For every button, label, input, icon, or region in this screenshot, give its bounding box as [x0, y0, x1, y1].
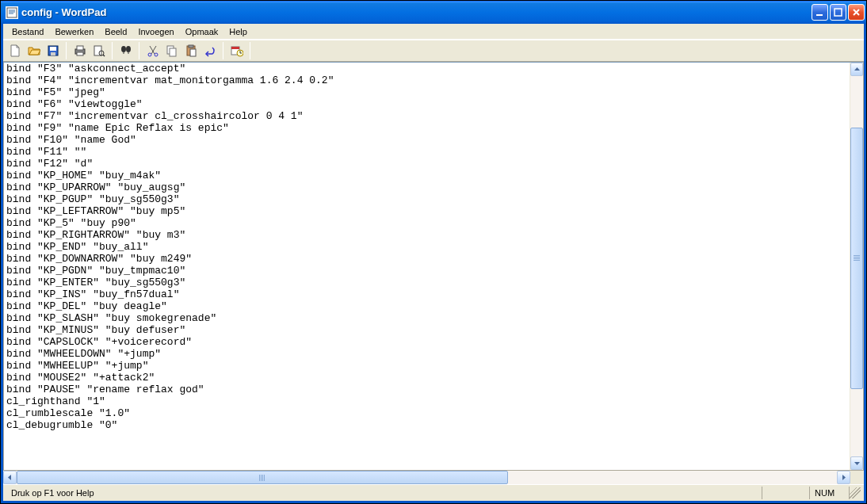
vscroll-track[interactable]	[850, 76, 863, 456]
text-line: cl_rumblescale "1.0"	[6, 407, 847, 419]
find-icon	[120, 44, 132, 57]
menu-bewerken[interactable]: Bewerken	[49, 25, 99, 38]
text-line: bind "F7" "incrementvar cl_crosshaircolo…	[6, 110, 847, 122]
print-icon	[74, 44, 86, 57]
undo-button[interactable]	[201, 42, 219, 59]
text-line: bind "KP_LEFTARROW" "buy mp5"	[6, 205, 847, 217]
save-button[interactable]	[44, 42, 62, 59]
text-line: bind "KP_PGDN" "buy_tmpmac10"	[6, 265, 847, 277]
horizontal-scrollbar[interactable]	[3, 471, 864, 484]
text-line: bind "KP_PGUP" "buy_sg550g3"	[6, 193, 847, 205]
svg-point-17	[148, 53, 151, 56]
datetime-button[interactable]	[227, 42, 246, 59]
scroll-corner	[850, 471, 864, 484]
window-controls	[812, 4, 865, 21]
status-empty-cell	[762, 487, 810, 499]
svg-rect-7	[50, 47, 56, 51]
text-line: bind "F3" "askconnect_accept"	[6, 63, 847, 74]
print-button[interactable]	[71, 42, 89, 59]
undo-icon	[204, 44, 216, 57]
svg-rect-25	[231, 47, 239, 49]
svg-rect-0	[7, 8, 17, 17]
text-line: bind "F10" "name God"	[6, 134, 847, 146]
text-line: cl_righthand "1"	[6, 395, 847, 407]
text-line: bind "CAPSLOCK" "+voicerecord"	[6, 336, 847, 348]
menu-help[interactable]: Help	[223, 25, 253, 38]
vertical-scrollbar[interactable]	[850, 63, 863, 470]
text-line: bind "KP_ENTER" "buy_sg550g3"	[6, 277, 847, 288]
paste-icon	[185, 44, 197, 57]
menu-bar: Bestand Bewerken Beeld Invoegen Opmaak H…	[3, 24, 864, 40]
text-line: bind "KP_HOME" "buy_m4ak"	[6, 170, 847, 181]
text-line: bind "PAUSE" "rename reflax god"	[6, 384, 847, 395]
svg-point-16	[126, 46, 131, 52]
text-line: bind "KP_DEL" "buy deagle"	[6, 300, 847, 312]
cut-button[interactable]	[143, 42, 162, 59]
status-num-lock: NUM	[810, 487, 850, 499]
cut-icon	[147, 44, 159, 57]
svg-line-14	[103, 55, 105, 56]
text-line: bind "MWHEELDOWN" "+jump"	[6, 348, 847, 360]
document-text-area[interactable]: bind "F3" "askconnect_accept"bind "F4" "…	[4, 63, 850, 470]
print-preview-button[interactable]	[90, 42, 108, 59]
scroll-right-button[interactable]	[837, 471, 850, 484]
save-icon	[47, 44, 59, 57]
svg-point-18	[155, 53, 158, 56]
vscroll-thumb[interactable]	[850, 128, 863, 389]
open-button[interactable]	[25, 42, 43, 59]
resize-grip-icon[interactable]	[850, 487, 861, 498]
menu-beeld[interactable]: Beeld	[99, 25, 132, 38]
hscroll-track[interactable]	[17, 471, 837, 484]
status-help-text: Druk op F1 voor Help	[6, 487, 762, 499]
text-line: cl_debugrumble "0"	[6, 419, 847, 431]
new-button[interactable]	[6, 42, 24, 59]
open-icon	[28, 44, 40, 57]
menu-invoegen[interactable]: Invoegen	[132, 25, 179, 38]
svg-rect-22	[189, 45, 193, 48]
menu-opmaak[interactable]: Opmaak	[180, 25, 224, 38]
svg-rect-10	[77, 46, 83, 50]
scroll-left-button[interactable]	[3, 471, 17, 484]
svg-rect-8	[51, 52, 55, 55]
text-line: bind "KP_UPARROW" "buy_augsg"	[6, 181, 847, 193]
text-line: bind "KP_SLASH" "buy smokegrenade"	[6, 312, 847, 324]
svg-rect-20	[170, 48, 176, 56]
close-button[interactable]	[848, 4, 865, 21]
text-line: bind "F4" "incrementvar mat_monitorgamma…	[6, 74, 847, 86]
scroll-up-button[interactable]	[850, 63, 863, 76]
text-line: bind "KP_5" "buy p90"	[6, 217, 847, 229]
svg-point-15	[121, 46, 126, 52]
window-title: config - WordPad	[21, 6, 812, 18]
text-line: bind "F11" ""	[6, 146, 847, 158]
svg-rect-23	[190, 49, 196, 56]
text-line: bind "MWHEELUP" "+jump"	[6, 360, 847, 372]
toolbar	[3, 40, 864, 62]
svg-rect-5	[835, 9, 842, 16]
text-line: bind "KP_RIGHTARROW" "buy m3"	[6, 229, 847, 241]
maximize-button[interactable]	[830, 4, 846, 21]
minimize-button[interactable]	[812, 4, 828, 21]
menu-bestand[interactable]: Bestand	[6, 25, 49, 38]
find-button[interactable]	[116, 42, 135, 59]
text-line: bind "KP_INS" "buy_fn57dual"	[6, 288, 847, 300]
new-icon	[9, 44, 21, 57]
title-bar: config - WordPad	[1, 1, 866, 24]
datetime-icon	[231, 44, 243, 57]
text-line: bind "F12" "d"	[6, 158, 847, 170]
hscroll-thumb[interactable]	[17, 471, 508, 484]
scroll-down-button[interactable]	[850, 456, 863, 470]
copy-icon	[166, 44, 178, 57]
copy-button[interactable]	[162, 42, 181, 59]
text-line: bind "KP_DOWNARROW" "buy m249"	[6, 253, 847, 265]
status-bar: Druk op F1 voor Help NUM	[3, 484, 864, 501]
text-line: bind "KP_END" "buy_all"	[6, 241, 847, 253]
svg-rect-11	[77, 52, 83, 55]
paste-button[interactable]	[181, 42, 200, 59]
app-icon	[6, 6, 18, 19]
print-preview-icon	[93, 44, 105, 57]
text-line: bind "F9" "name Epic Reflax is epic"	[6, 122, 847, 134]
text-line: bind "F5" "jpeg"	[6, 86, 847, 98]
svg-rect-4	[816, 14, 823, 16]
text-line: bind "MOUSE2" "+attack2"	[6, 372, 847, 384]
text-line: bind "KP_MINUS" "buy defuser"	[6, 324, 847, 336]
